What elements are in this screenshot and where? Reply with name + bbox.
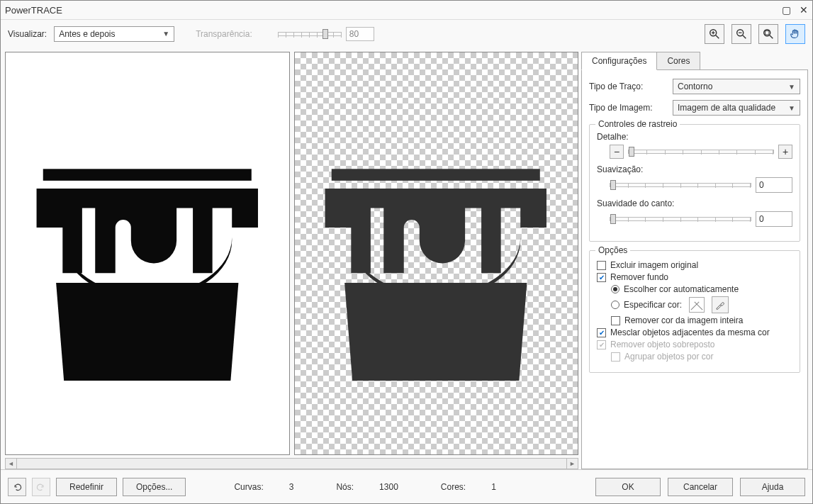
remover-fundo-checkbox[interactable]: ✔Remover fundo bbox=[597, 272, 792, 282]
scroll-right-icon[interactable]: ► bbox=[566, 459, 578, 469]
tipo-imagem-label: Tipo de Imagem: bbox=[589, 103, 667, 113]
tipo-traco-select[interactable]: Contorno ▼ bbox=[673, 79, 800, 94]
pan-icon bbox=[789, 28, 802, 40]
remover-fundo-label: Remover fundo bbox=[610, 272, 668, 282]
undo-icon bbox=[12, 482, 22, 492]
footer: Redefinir Opções... Curvas:3 Nós:1300 Co… bbox=[1, 469, 812, 503]
app-window: PowerTRACE ▢ ✕ Visualizar: Antes e depoi… bbox=[0, 0, 813, 504]
redo-icon bbox=[36, 482, 46, 492]
nos-value: 1300 bbox=[379, 482, 398, 492]
eyedropper-button[interactable] bbox=[712, 296, 729, 313]
nos-label: Nós: bbox=[336, 482, 354, 492]
title-bar: PowerTRACE ▢ ✕ bbox=[1, 1, 812, 19]
especificar-cor-label: Especificar cor: bbox=[624, 300, 682, 310]
redefinir-button[interactable]: Redefinir bbox=[56, 478, 117, 496]
maximize-icon[interactable]: ▢ bbox=[782, 4, 791, 16]
tipo-imagem-select[interactable]: Imagem de alta qualidade ▼ bbox=[673, 100, 800, 116]
suavizacao-value[interactable]: 0 bbox=[756, 177, 792, 193]
tipo-traco-value: Contorno bbox=[678, 82, 712, 91]
redo-button bbox=[32, 478, 50, 496]
zoom-fit-button[interactable] bbox=[758, 24, 778, 44]
stats: Curvas:3 Nós:1300 Cores:1 bbox=[234, 482, 590, 492]
suavizacao-label: Suavização: bbox=[597, 164, 792, 174]
plus-button[interactable]: + bbox=[778, 145, 792, 159]
controles-group: Controles de rastreio Detalhe: − + Suavi… bbox=[589, 124, 800, 242]
cancelar-button[interactable]: Cancelar bbox=[668, 478, 733, 496]
close-icon[interactable]: ✕ bbox=[800, 4, 808, 16]
remover-cor-checkbox[interactable]: Remover cor da imagem inteira bbox=[611, 315, 792, 325]
controles-legend: Controles de rastreio bbox=[595, 119, 680, 129]
scrollbar-track[interactable] bbox=[17, 459, 566, 469]
zoom-fit-icon bbox=[762, 28, 775, 40]
minus-button[interactable]: − bbox=[610, 145, 624, 159]
tipo-traco-label: Tipo de Traço: bbox=[589, 82, 667, 91]
especificar-cor-radio[interactable]: Especificar cor: bbox=[611, 296, 792, 313]
preview-pane: ◄ ► bbox=[5, 52, 578, 469]
tabs: Configurações Cores bbox=[581, 52, 808, 70]
detalhe-slider[interactable]: − + bbox=[610, 145, 792, 159]
cores-label: Cores: bbox=[441, 482, 466, 492]
ok-button[interactable]: OK bbox=[595, 478, 661, 496]
svg-line-5 bbox=[743, 35, 746, 38]
transparencia-value[interactable]: 80 bbox=[346, 27, 374, 41]
opcoes-legend: Opções bbox=[595, 245, 630, 255]
agrupar-checkbox: Agrupar objetos por cor bbox=[611, 352, 792, 362]
slider-thumb[interactable] bbox=[323, 29, 328, 39]
agrupar-label: Agrupar objetos por cor bbox=[624, 352, 713, 362]
suavizacao-slider[interactable]: 0 bbox=[610, 177, 792, 193]
undo-button[interactable] bbox=[8, 478, 26, 496]
slider-thumb[interactable] bbox=[610, 180, 616, 190]
horizontal-scrollbar[interactable]: ◄ ► bbox=[5, 458, 578, 469]
tab-cores[interactable]: Cores bbox=[656, 52, 700, 70]
toolbar: Visualizar: Antes e depois ▼ Transparênc… bbox=[1, 19, 812, 47]
transparencia-label: Transparência: bbox=[196, 29, 252, 39]
zoom-in-icon bbox=[708, 28, 721, 40]
pan-button[interactable] bbox=[785, 24, 805, 44]
slider-thumb[interactable] bbox=[610, 214, 616, 224]
svg-line-8 bbox=[770, 35, 773, 38]
chevron-down-icon: ▼ bbox=[788, 83, 795, 91]
preview-after[interactable] bbox=[294, 52, 579, 455]
suavidade-value[interactable]: 0 bbox=[756, 211, 792, 227]
detalhe-label: Detalhe: bbox=[597, 132, 792, 142]
opcoes-button[interactable]: Opções... bbox=[123, 478, 186, 496]
ajuda-button[interactable]: Ajuda bbox=[740, 478, 805, 496]
side-panel: Configurações Cores Tipo de Traço: Conto… bbox=[581, 52, 808, 469]
visualizar-label: Visualizar: bbox=[8, 29, 47, 39]
suavidade-label: Suavidade do canto: bbox=[597, 198, 792, 208]
svg-line-1 bbox=[716, 35, 719, 38]
transparencia-slider[interactable] bbox=[278, 32, 342, 36]
scroll-left-icon[interactable]: ◄ bbox=[6, 459, 17, 469]
tipo-imagem-value: Imagem de alta qualidade bbox=[678, 103, 775, 113]
remover-sobreposto-label: Remover objeto sobreposto bbox=[610, 340, 714, 349]
chevron-down-icon: ▼ bbox=[788, 104, 795, 112]
remover-cor-label: Remover cor da imagem inteira bbox=[624, 315, 743, 325]
remover-sobreposto-checkbox: ✔Remover objeto sobreposto bbox=[597, 340, 792, 349]
slider-thumb[interactable] bbox=[629, 147, 634, 157]
curvas-value: 3 bbox=[289, 482, 294, 492]
excluir-label: Excluir imagem original bbox=[610, 260, 698, 270]
escolher-auto-label: Escolher cor automaticamente bbox=[624, 284, 739, 294]
curvas-label: Curvas: bbox=[234, 482, 263, 492]
suavidade-slider[interactable]: 0 bbox=[610, 211, 792, 227]
window-title: PowerTRACE bbox=[5, 5, 62, 16]
excluir-checkbox[interactable]: Excluir imagem original bbox=[597, 260, 792, 270]
mesclar-checkbox[interactable]: ✔Mesclar objetos adjacentes da mesma cor bbox=[597, 327, 792, 337]
escolher-auto-radio[interactable]: Escolher cor automaticamente bbox=[611, 284, 792, 294]
bucket-image-before bbox=[17, 123, 278, 384]
bucket-image-after bbox=[305, 123, 566, 384]
zoom-in-button[interactable] bbox=[705, 24, 724, 44]
color-swatch[interactable] bbox=[689, 297, 705, 313]
visualizar-value: Antes e depois bbox=[59, 29, 115, 39]
zoom-out-button[interactable] bbox=[731, 24, 751, 44]
tab-configuracoes[interactable]: Configurações bbox=[581, 52, 657, 70]
svg-rect-10 bbox=[43, 169, 252, 181]
eyedropper-icon bbox=[715, 300, 725, 310]
visualizar-select[interactable]: Antes e depois ▼ bbox=[54, 26, 174, 42]
svg-rect-11 bbox=[332, 169, 540, 181]
mesclar-label: Mesclar objetos adjacentes da mesma cor bbox=[610, 327, 770, 337]
cores-value: 1 bbox=[491, 482, 496, 492]
preview-before[interactable] bbox=[5, 52, 290, 455]
opcoes-group: Opções Excluir imagem original ✔Remover … bbox=[589, 250, 800, 373]
svg-rect-9 bbox=[766, 30, 769, 34]
